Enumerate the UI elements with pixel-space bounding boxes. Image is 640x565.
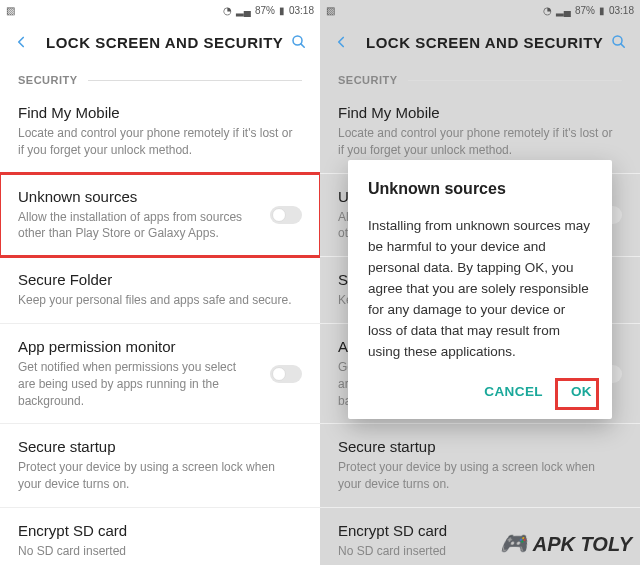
battery-icon: ▮ [279,5,285,16]
data-saver-icon: ◔ [223,5,232,16]
item-find-my-mobile[interactable]: Find My Mobile Locate and control your p… [0,90,320,174]
dialog-body: Installing from unknown sources may be h… [368,216,592,362]
item-desc: Protect your device by using a screen lo… [18,459,302,493]
item-secure-startup[interactable]: Secure startup Protect your device by us… [0,424,320,508]
item-title: Encrypt SD card [18,522,302,539]
screenshot-right: ▧ ◔ ▂▄ 87% ▮ 03:18 LOCK SCREEN AND SECUR… [320,0,640,565]
watermark: 🎮 APK TOLY [500,531,632,557]
item-title: Unknown sources [18,188,262,205]
back-icon[interactable] [12,33,30,51]
item-title: Find My Mobile [18,104,302,121]
status-bar: ▧ ◔ ▂▄ 87% ▮ 03:18 [0,0,320,20]
item-title: App permission monitor [18,338,262,355]
toggle-permission-monitor[interactable] [270,365,302,383]
battery-pct: 87% [255,5,275,16]
item-secure-folder[interactable]: Secure Folder Keep your personal files a… [0,257,320,324]
item-desc: Locate and control your phone remotely i… [18,125,302,159]
item-encrypt-sd[interactable]: Encrypt SD card No SD card inserted [0,508,320,565]
item-desc: Allow the installation of apps from sour… [18,209,262,243]
toggle-unknown-sources[interactable] [270,206,302,224]
item-title: Secure Folder [18,271,302,288]
dialog-overlay: Unknown sources Installing from unknown … [320,0,640,565]
screenshot-left: ▧ ◔ ▂▄ 87% ▮ 03:18 LOCK SCREEN AND SECUR… [0,0,320,565]
dialog-title: Unknown sources [368,180,592,198]
item-app-permission-monitor[interactable]: App permission monitor Get notified when… [0,324,320,424]
app-header: LOCK SCREEN AND SECURITY [0,20,320,64]
image-icon: ▧ [6,5,15,16]
item-desc: Keep your personal files and apps safe a… [18,292,302,309]
clock: 03:18 [289,5,314,16]
search-icon[interactable] [290,33,308,51]
signal-icon: ▂▄ [236,5,251,16]
cancel-button[interactable]: CANCEL [484,384,543,399]
item-title: Secure startup [18,438,302,455]
dialog-unknown-sources: Unknown sources Installing from unknown … [348,160,612,419]
gamepad-icon: 🎮 [500,531,527,557]
item-desc: Get notified when permissions you select… [18,359,262,409]
item-unknown-sources[interactable]: Unknown sources Allow the installation o… [0,174,320,258]
ok-button[interactable]: OK [571,384,592,399]
page-title: LOCK SCREEN AND SECURITY [46,34,290,51]
svg-line-1 [301,44,304,47]
item-desc: No SD card inserted [18,543,302,560]
section-security: SECURITY [0,64,320,90]
